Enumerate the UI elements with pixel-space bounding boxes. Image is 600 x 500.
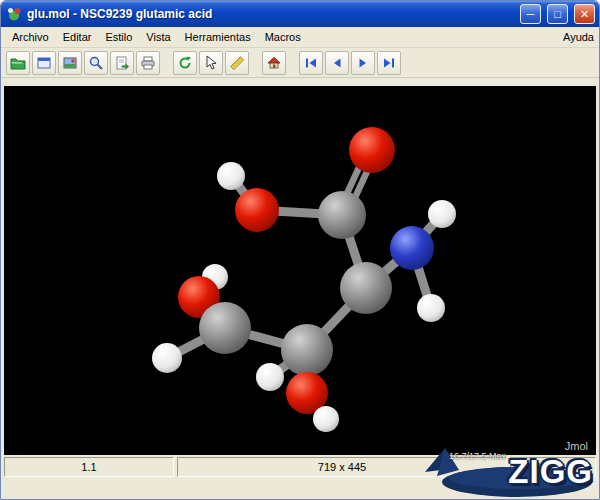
nav-prev-button[interactable] xyxy=(325,51,349,75)
molecule-canvas[interactable]: Jmol xyxy=(4,86,596,455)
atom-C-7[interactable] xyxy=(318,191,366,239)
atom-H-15[interactable] xyxy=(313,406,339,432)
canvas-frame: Jmol xyxy=(1,78,599,455)
atom-H-13[interactable] xyxy=(256,363,284,391)
window-title: glu.mol - NSC9239 glutamic acid xyxy=(27,7,514,21)
export-document-icon xyxy=(114,55,130,71)
export-web-button[interactable] xyxy=(110,51,134,75)
atom-O-6[interactable] xyxy=(349,127,395,173)
measure-button[interactable] xyxy=(225,51,249,75)
rotate-icon xyxy=(177,55,193,71)
cursor-icon xyxy=(203,55,219,71)
status-left: 1.1 xyxy=(4,457,174,477)
menu-ayuda[interactable]: Ayuda xyxy=(556,29,595,45)
minimize-button[interactable]: ─ xyxy=(520,4,541,24)
open-folder-icon xyxy=(10,55,26,71)
toolbar xyxy=(1,48,599,78)
next-frame-icon xyxy=(355,55,371,71)
nav-first-button[interactable] xyxy=(299,51,323,75)
capture-button[interactable] xyxy=(32,51,56,75)
magnifier-icon xyxy=(88,55,104,71)
first-frame-icon xyxy=(303,55,319,71)
atom-H-4[interactable] xyxy=(217,162,245,190)
atom-H-8[interactable] xyxy=(428,200,456,228)
atom-C-11[interactable] xyxy=(340,262,392,314)
app-icon xyxy=(6,6,22,22)
toolbar-separator xyxy=(288,50,297,75)
toolbar-separator xyxy=(162,50,171,75)
last-frame-icon xyxy=(381,55,397,71)
title-bar[interactable]: glu.mol - NSC9239 glutamic acid ─ □ ✕ xyxy=(1,1,599,27)
spin-button[interactable] xyxy=(173,51,197,75)
close-button[interactable]: ✕ xyxy=(574,4,595,24)
home-icon xyxy=(266,55,282,71)
menu-editar[interactable]: Editar xyxy=(56,29,99,45)
open-button[interactable] xyxy=(6,51,30,75)
select-button[interactable] xyxy=(199,51,223,75)
image-icon xyxy=(62,55,78,71)
maximize-button[interactable]: □ xyxy=(547,4,568,24)
nav-next-button[interactable] xyxy=(351,51,375,75)
menu-bar: Archivo Editar Estilo Vista Herramientas… xyxy=(1,27,599,48)
zoom-button[interactable] xyxy=(84,51,108,75)
menu-archivo[interactable]: Archivo xyxy=(5,29,56,45)
atom-H-2[interactable] xyxy=(152,343,182,373)
atom-H-9[interactable] xyxy=(417,294,445,322)
menu-macros[interactable]: Macros xyxy=(258,29,308,45)
ruler-icon xyxy=(229,55,245,71)
toolbar-separator xyxy=(251,50,260,75)
jmol-watermark: Jmol xyxy=(565,440,588,452)
nav-last-button[interactable] xyxy=(377,51,401,75)
atom-C-3[interactable] xyxy=(199,302,251,354)
menu-estilo[interactable]: Estilo xyxy=(98,29,139,45)
atom-C-12[interactable] xyxy=(281,324,333,376)
atom-N-10[interactable] xyxy=(390,226,434,270)
status-right xyxy=(510,457,596,477)
app-window: glu.mol - NSC9239 glutamic acid ─ □ ✕ Ar… xyxy=(0,0,600,500)
home-button[interactable] xyxy=(262,51,286,75)
molecule-svg[interactable] xyxy=(4,86,596,455)
status-dimensions: 719 x 445 xyxy=(177,457,507,477)
print-button[interactable] xyxy=(136,51,160,75)
window-bottom-edge xyxy=(1,479,599,499)
printer-icon xyxy=(140,55,156,71)
atom-O-5[interactable] xyxy=(235,188,279,232)
previous-frame-icon xyxy=(329,55,345,71)
window-capture-icon xyxy=(36,55,52,71)
status-bar: 1.1 719 x 445 xyxy=(1,455,599,479)
menu-herramientas[interactable]: Herramientas xyxy=(178,29,258,45)
image-export-button[interactable] xyxy=(58,51,82,75)
menu-vista[interactable]: Vista xyxy=(139,29,177,45)
